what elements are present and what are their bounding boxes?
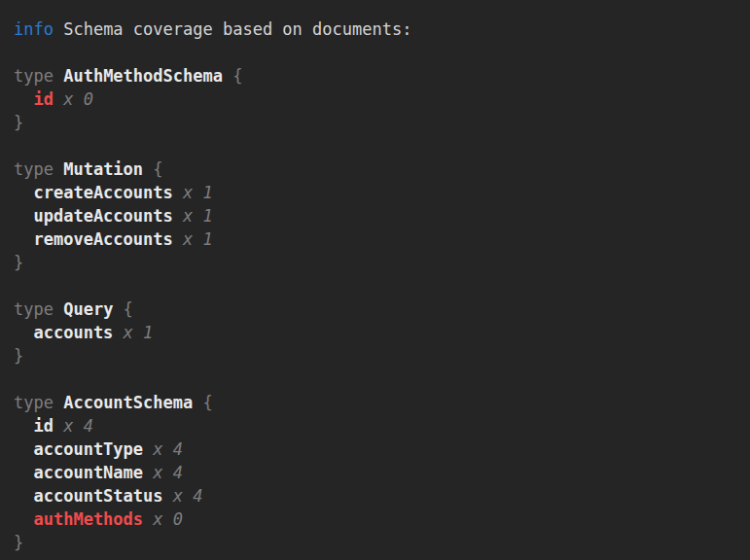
coverage-header-text: Schema coverage based on documents: (63, 18, 411, 41)
close-brace: } (14, 344, 23, 368)
type-name: AuthMethodSchema (63, 64, 223, 88)
open-brace: { (232, 64, 242, 88)
field-hit-count: x 1 (183, 204, 213, 228)
type-block-accountschema: typeAccountSchema{ idx 4 accountTypex 4 … (14, 391, 740, 554)
close-brace: } (14, 531, 23, 554)
field-name: id (33, 414, 53, 438)
field-line: updateAccountsx 1 (14, 204, 740, 228)
field-line: idx 0 (14, 88, 740, 111)
open-brace: { (124, 298, 133, 321)
type-keyword: type (14, 64, 54, 88)
close-brace-line: } (14, 531, 740, 554)
open-brace: { (202, 391, 212, 414)
field-line: accountsx 1 (14, 321, 740, 344)
field-line: createAccountsx 1 (14, 181, 740, 204)
field-line: removeAccountsx 1 (14, 228, 740, 251)
field-hit-count: x 4 (63, 414, 93, 438)
field-name: id (33, 88, 53, 111)
type-declaration-line: typeAccountSchema{ (14, 391, 740, 414)
info-level-label: info (14, 18, 54, 41)
field-name: authMethods (33, 508, 143, 531)
field-hit-count: x 0 (63, 88, 93, 111)
type-name: AccountSchema (63, 391, 193, 414)
type-block-authmethodschema: typeAuthMethodSchema{ idx 0 } (14, 64, 740, 134)
open-brace: { (153, 158, 162, 181)
field-line: idx 4 (14, 414, 740, 438)
field-name: accounts (33, 321, 113, 344)
close-brace-line: } (14, 111, 740, 134)
field-name: accountName (33, 461, 143, 484)
coverage-header-line: infoSchema coverage based on documents: (14, 18, 740, 41)
field-name: createAccounts (33, 181, 172, 204)
terminal-output: infoSchema coverage based on documents: … (0, 0, 750, 560)
type-block-mutation: typeMutation{ createAccountsx 1 updateAc… (14, 158, 740, 274)
type-declaration-line: typeAuthMethodSchema{ (14, 64, 740, 88)
type-keyword: type (14, 391, 54, 414)
field-name: updateAccounts (33, 204, 172, 228)
type-declaration-line: typeQuery{ (14, 298, 740, 321)
field-hit-count: x 0 (153, 508, 183, 531)
field-hit-count: x 4 (153, 461, 183, 484)
close-brace: } (14, 251, 23, 274)
field-hit-count: x 1 (183, 181, 213, 204)
type-keyword: type (14, 158, 54, 181)
field-line: accountStatusx 4 (14, 484, 740, 508)
type-name: Query (63, 298, 113, 321)
close-brace-line: } (14, 344, 740, 368)
field-hit-count: x 4 (153, 438, 183, 461)
field-name: accountStatus (33, 484, 162, 508)
field-hit-count: x 1 (183, 228, 213, 251)
field-hit-count: x 4 (173, 484, 203, 508)
type-declaration-line: typeMutation{ (14, 158, 740, 181)
type-name: Mutation (63, 158, 143, 181)
field-hit-count: x 1 (124, 321, 154, 344)
type-keyword: type (14, 298, 54, 321)
field-line: accountTypex 4 (14, 438, 740, 461)
type-block-query: typeQuery{ accountsx 1 } (14, 298, 740, 368)
close-brace: } (14, 111, 23, 134)
field-name: removeAccounts (33, 228, 172, 251)
field-name: accountType (33, 438, 143, 461)
close-brace-line: } (14, 251, 740, 274)
field-line: accountNamex 4 (14, 461, 740, 484)
field-line: authMethodsx 0 (14, 508, 740, 531)
